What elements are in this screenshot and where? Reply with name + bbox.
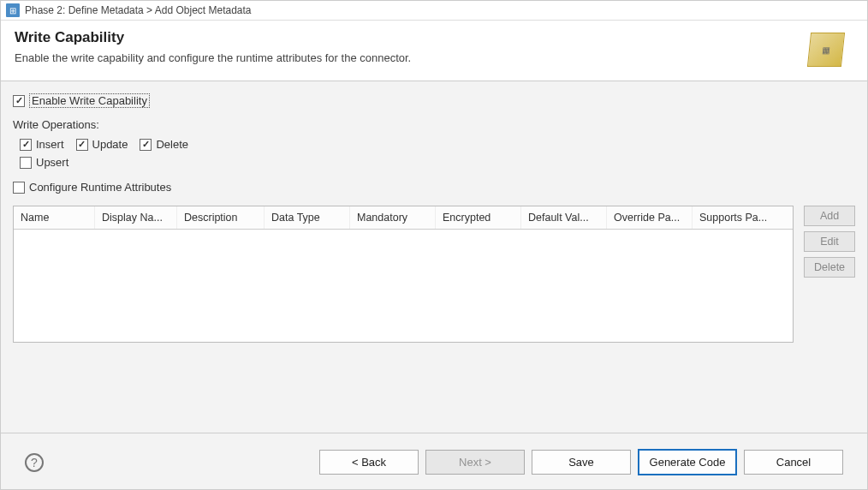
- col-encrypted[interactable]: Encrypted: [436, 206, 521, 229]
- col-display[interactable]: Display Na...: [95, 206, 177, 229]
- delete-label: Delete: [156, 138, 188, 151]
- delete-checkbox[interactable]: [140, 139, 152, 151]
- col-mandatory[interactable]: Mandatory: [350, 206, 436, 229]
- col-datatype[interactable]: Data Type: [265, 206, 350, 229]
- configure-attributes-label: Configure Runtime Attributes: [29, 181, 171, 194]
- update-label: Update: [92, 138, 128, 151]
- enable-write-row[interactable]: Enable Write Capability: [13, 93, 855, 108]
- wizard-icon: ▦: [807, 33, 845, 67]
- insert-row[interactable]: Insert: [20, 138, 64, 151]
- page-subtitle: Enable the write capability and configur…: [15, 51, 411, 64]
- add-button[interactable]: Add: [804, 206, 855, 226]
- next-button: Next >: [425, 450, 525, 475]
- header: Write Capability Enable the write capabi…: [1, 21, 867, 81]
- save-button[interactable]: Save: [532, 450, 631, 475]
- generate-button[interactable]: Generate Code: [638, 449, 737, 475]
- edit-button[interactable]: Edit: [804, 231, 855, 252]
- col-override[interactable]: Override Pa...: [607, 206, 693, 229]
- back-button[interactable]: < Back: [319, 450, 419, 475]
- table-body: [14, 230, 793, 342]
- titlebar: ⊞ Phase 2: Define Metadata > Add Object …: [1, 1, 867, 21]
- delete-row[interactable]: Delete: [140, 138, 188, 151]
- app-icon: ⊞: [6, 3, 20, 17]
- write-operations-label: Write Operations:: [13, 118, 855, 131]
- attributes-table: Name Display Na... Description Data Type…: [13, 206, 794, 343]
- upsert-checkbox[interactable]: [20, 157, 32, 169]
- delete-button[interactable]: Delete: [804, 257, 855, 278]
- enable-write-label: Enable Write Capability: [29, 93, 150, 108]
- cancel-button[interactable]: Cancel: [744, 450, 843, 475]
- update-row[interactable]: Update: [76, 138, 128, 151]
- configure-attributes-checkbox[interactable]: [13, 182, 25, 194]
- update-checkbox[interactable]: [76, 139, 88, 151]
- enable-write-checkbox[interactable]: [13, 95, 25, 107]
- configure-attributes-row[interactable]: Configure Runtime Attributes: [13, 181, 855, 194]
- upsert-row[interactable]: Upsert: [20, 156, 68, 169]
- page-title: Write Capability: [15, 29, 411, 46]
- insert-label: Insert: [36, 138, 64, 151]
- col-default[interactable]: Default Val...: [521, 206, 607, 229]
- col-supports[interactable]: Supports Pa...: [693, 206, 793, 229]
- upsert-label: Upsert: [36, 156, 68, 169]
- table-header: Name Display Na... Description Data Type…: [14, 206, 793, 230]
- col-name[interactable]: Name: [14, 206, 95, 229]
- col-description[interactable]: Description: [177, 206, 265, 229]
- insert-checkbox[interactable]: [20, 139, 32, 151]
- help-icon[interactable]: ?: [25, 453, 44, 472]
- breadcrumb: Phase 2: Define Metadata > Add Object Me…: [25, 4, 252, 16]
